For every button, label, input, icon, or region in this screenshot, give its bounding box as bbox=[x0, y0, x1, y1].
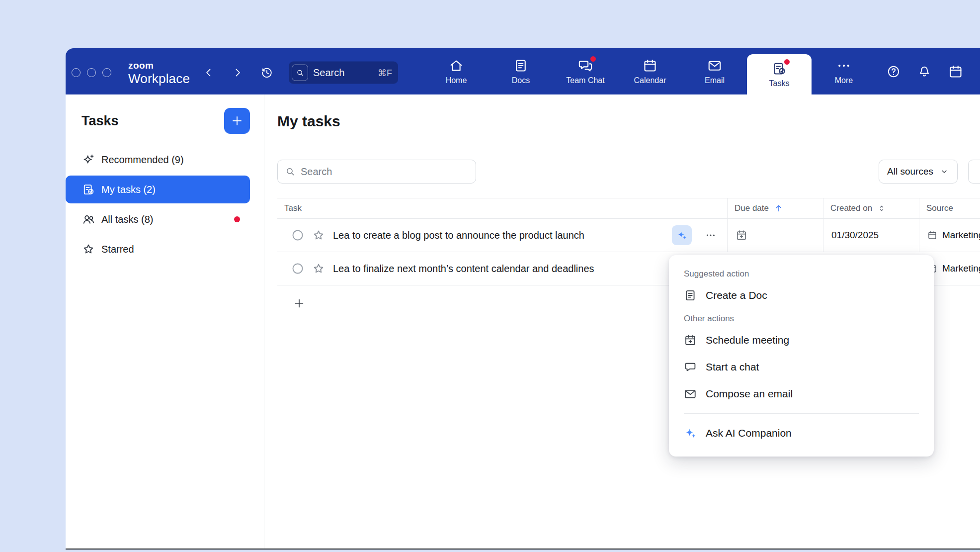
calendar-panel-button[interactable] bbox=[948, 64, 963, 79]
notification-dot bbox=[590, 56, 596, 62]
home-icon bbox=[449, 58, 464, 73]
topbar: zoom Workplace Search ⌘F Home Docs Team … bbox=[66, 48, 980, 94]
window-minimize-button[interactable] bbox=[87, 68, 96, 77]
nav-tasks[interactable]: Tasks bbox=[747, 54, 812, 94]
menu-section-label: Other actions bbox=[684, 314, 919, 324]
sidebar-item-recommended[interactable]: Recommended (9) bbox=[66, 146, 250, 174]
calendar-plus-icon bbox=[735, 229, 747, 241]
set-due-date-button[interactable] bbox=[735, 229, 747, 241]
sidebar-header: Tasks bbox=[66, 107, 264, 134]
menu-item-schedule-meeting[interactable]: Schedule meeting bbox=[681, 327, 922, 354]
nav-docs[interactable]: Docs bbox=[489, 48, 553, 94]
sources-filter-dropdown[interactable]: All sources bbox=[879, 160, 958, 184]
unread-dot bbox=[234, 216, 240, 222]
plus-icon bbox=[231, 114, 244, 127]
star-task-button[interactable] bbox=[312, 262, 325, 275]
sidebar-item-my-tasks[interactable]: My tasks (2) bbox=[66, 176, 250, 203]
task-complete-checkbox[interactable] bbox=[291, 262, 304, 275]
clipped-filter-button[interactable] bbox=[968, 160, 980, 184]
doc-icon bbox=[684, 289, 697, 302]
topbar-right-icons bbox=[887, 48, 963, 94]
add-task-inline-button[interactable] bbox=[293, 297, 305, 309]
sources-filter-label: All sources bbox=[887, 166, 933, 177]
search-shortcut: ⌘F bbox=[378, 67, 392, 78]
column-source[interactable]: Source bbox=[919, 198, 980, 218]
star-icon bbox=[312, 229, 325, 242]
search-input[interactable] bbox=[301, 166, 476, 178]
menu-section-label: Suggested action bbox=[684, 269, 919, 279]
toolbar: All sources bbox=[277, 160, 980, 184]
sidebar-item-label: Starred bbox=[101, 244, 134, 255]
due-date-cell bbox=[727, 219, 823, 252]
task-row[interactable]: Lea to create a blog post to announce th… bbox=[277, 219, 980, 252]
nav-team-chat[interactable]: Team Chat bbox=[553, 48, 618, 94]
window-zoom-button[interactable] bbox=[102, 68, 111, 77]
sidebar-item-label: All tasks (8) bbox=[101, 214, 153, 225]
source-cell: Marketing bbox=[919, 219, 980, 252]
nav-email[interactable]: Email bbox=[682, 48, 747, 94]
primary-nav: Home Docs Team Chat Calendar Email Tasks bbox=[424, 48, 876, 94]
source-name: Marketing bbox=[942, 263, 980, 274]
page-title: My tasks bbox=[277, 112, 980, 130]
column-created-on[interactable]: Created on bbox=[823, 198, 919, 218]
search-icon bbox=[292, 65, 308, 81]
email-icon bbox=[707, 58, 722, 73]
star-icon bbox=[82, 243, 95, 256]
help-icon bbox=[887, 65, 900, 79]
bell-icon bbox=[917, 65, 931, 79]
task-search-box[interactable] bbox=[277, 160, 476, 184]
help-button[interactable] bbox=[887, 65, 900, 79]
calendar-plus-icon bbox=[684, 334, 697, 347]
chevron-right-icon bbox=[232, 67, 244, 79]
window-close-button[interactable] bbox=[72, 68, 81, 77]
back-button[interactable] bbox=[203, 67, 215, 79]
sort-icon[interactable] bbox=[877, 204, 886, 213]
sidebar: Tasks Recommended (9) My tasks (2) All t… bbox=[66, 94, 264, 549]
global-search-label: Search bbox=[313, 67, 373, 79]
history-button[interactable] bbox=[260, 66, 273, 79]
sparkle-plus-icon bbox=[82, 153, 95, 166]
menu-item-compose-email[interactable]: Compose an email bbox=[681, 380, 922, 407]
circle-icon bbox=[291, 262, 304, 275]
more-actions-button[interactable] bbox=[700, 225, 722, 245]
global-search[interactable]: Search ⌘F bbox=[289, 62, 398, 84]
calendar-icon bbox=[643, 58, 657, 73]
sidebar-item-label: My tasks (2) bbox=[101, 184, 156, 195]
people-icon bbox=[82, 213, 95, 226]
window-controls bbox=[72, 68, 111, 77]
history-icon bbox=[260, 66, 273, 79]
menu-item-ask-ai-companion[interactable]: Ask AI Companion bbox=[681, 420, 922, 447]
column-due-date[interactable]: Due date bbox=[727, 198, 823, 218]
calendar-panel-icon bbox=[948, 64, 963, 79]
chevron-left-icon bbox=[203, 67, 215, 79]
notification-dot bbox=[784, 59, 790, 65]
table-header: Task Due date Created on Source bbox=[277, 198, 980, 219]
nav-home[interactable]: Home bbox=[424, 48, 489, 94]
task-list-icon bbox=[82, 183, 95, 196]
forward-button[interactable] bbox=[232, 67, 244, 79]
ai-companion-icon bbox=[684, 427, 697, 440]
task-title: Lea to finalize next month’s content cal… bbox=[333, 263, 594, 275]
ai-companion-button[interactable] bbox=[672, 225, 692, 245]
sidebar-item-all-tasks[interactable]: All tasks (8) bbox=[66, 205, 250, 233]
source-name: Marketing bbox=[942, 230, 980, 241]
source-icon bbox=[927, 230, 937, 240]
nav-more[interactable]: More bbox=[812, 48, 876, 94]
notifications-button[interactable] bbox=[917, 65, 931, 79]
plus-icon bbox=[293, 297, 305, 309]
add-task-button[interactable] bbox=[224, 108, 250, 134]
column-task: Task bbox=[284, 203, 302, 213]
menu-item-create-doc[interactable]: Create a Doc bbox=[681, 282, 922, 309]
sidebar-item-label: Recommended (9) bbox=[101, 154, 184, 166]
nav-calendar[interactable]: Calendar bbox=[618, 48, 682, 94]
more-icon bbox=[836, 58, 851, 73]
star-task-button[interactable] bbox=[312, 229, 325, 242]
created-on-cell: 01/30/2025 bbox=[823, 219, 919, 252]
menu-item-start-chat[interactable]: Start a chat bbox=[681, 354, 922, 380]
task-complete-checkbox[interactable] bbox=[291, 229, 304, 242]
ai-sparkle-icon bbox=[676, 230, 687, 241]
search-icon bbox=[285, 166, 296, 177]
chevron-down-icon bbox=[939, 167, 949, 177]
sidebar-item-starred[interactable]: Starred bbox=[66, 235, 250, 263]
sort-ascending-icon[interactable] bbox=[774, 203, 784, 213]
